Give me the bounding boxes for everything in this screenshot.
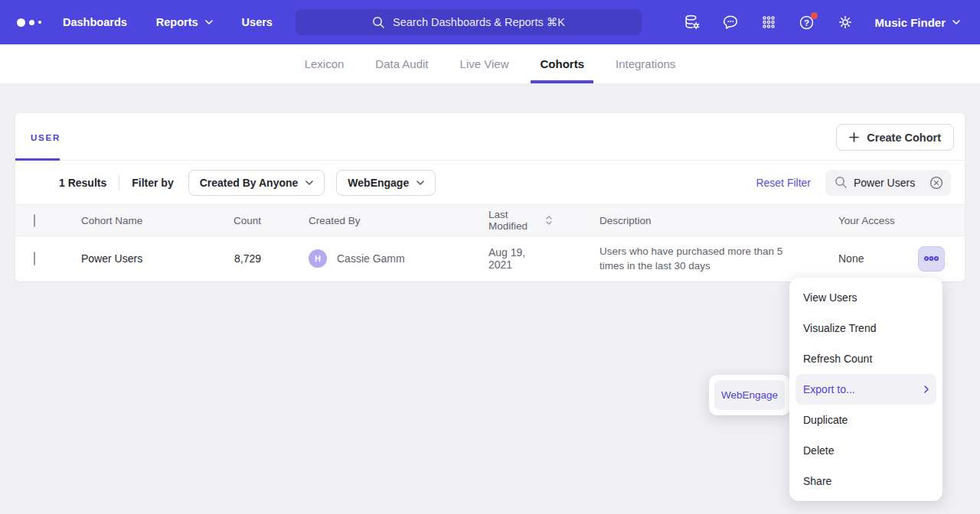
tab-label: Lexicon (305, 57, 345, 70)
menu-item-label: Share (803, 475, 831, 487)
nav-item-label: Users (242, 16, 273, 28)
nav-item-label: Dashboards (63, 16, 127, 28)
chevron-right-icon (924, 386, 929, 393)
search-icon (372, 16, 385, 29)
nav-item-dashboards[interactable]: Dashboards (63, 16, 127, 28)
chevron-down-icon (952, 20, 960, 24)
menu-item-label: View Users (803, 291, 858, 304)
tab-data-audit[interactable]: Data Audit (366, 44, 437, 83)
top-navbar: Dashboards Reports Users Search Dashboar… (0, 0, 980, 44)
filter-by-label: Filter by (132, 177, 173, 189)
plus-icon (849, 132, 859, 142)
menu-item-label: Visualize Trend (803, 322, 876, 334)
section-tabs: Lexicon Data Audit Live View Cohorts Int… (0, 44, 980, 84)
filter-bar: 1 Results Filter by Created By Anyone We… (15, 161, 965, 204)
chevron-down-icon (416, 181, 424, 185)
svg-text:?: ? (804, 18, 809, 28)
tab-user[interactable]: USER (31, 133, 60, 142)
feedback-icon[interactable] (721, 13, 740, 31)
menu-item-label: Export to... (803, 383, 855, 395)
created-by-cell: H Cassie Gamm (261, 249, 441, 268)
table-row[interactable]: Power Users 8,729 H Cassie Gamm Aug 19, … (15, 236, 965, 281)
project-name: Music Finder (874, 16, 946, 29)
apps-grid-icon[interactable] (760, 13, 778, 31)
column-header-created-by[interactable]: Created By (261, 215, 441, 226)
tab-label: Integrations (616, 57, 675, 70)
sort-icon[interactable] (546, 216, 552, 225)
creator-name: Cassie Gamm (337, 252, 405, 265)
global-search-input[interactable]: Search Dashboards & Reports ⌘K (296, 9, 642, 35)
menu-item-label: Delete (803, 444, 834, 457)
menu-item-label: Duplicate (803, 414, 848, 426)
submenu-item-webengage[interactable]: WebEngage (714, 380, 785, 410)
settings-icon[interactable] (836, 13, 854, 31)
column-header-label: Last Modified (488, 209, 541, 232)
menu-item-visualize-trend[interactable]: Visualize Trend (795, 313, 936, 343)
navbar-utilities: ? Music Finder (683, 0, 980, 44)
nav-item-reports[interactable]: Reports (156, 16, 213, 28)
access-value: None (838, 252, 864, 265)
create-cohort-label: Create Cohort (867, 132, 941, 144)
panel-header: USER Create Cohort (15, 113, 965, 161)
last-modified-date: Aug 19, 2021 (488, 246, 552, 271)
column-header-count[interactable]: Count (196, 215, 261, 226)
tab-lexicon[interactable]: Lexicon (296, 44, 354, 83)
global-search-placeholder: Search Dashboards & Reports ⌘K (393, 16, 565, 28)
help-icon[interactable]: ? (798, 13, 816, 31)
menu-item-share[interactable]: Share (795, 466, 936, 496)
row-actions-menu-button[interactable] (918, 246, 945, 272)
nav-item-label: Reports (156, 16, 198, 28)
menu-item-view-users[interactable]: View Users (795, 282, 936, 313)
table-header: Cohort Name Count Created By Last Modifi… (15, 204, 965, 236)
dropdown-value: Created By Anyone (200, 177, 299, 189)
primary-nav: Dashboards Reports Users (63, 16, 273, 28)
data-settings-icon[interactable] (683, 13, 701, 31)
tab-integrations[interactable]: Integrations (606, 44, 684, 83)
cohort-search (825, 170, 951, 196)
avatar: H (309, 249, 327, 268)
column-header-cohort-name[interactable]: Cohort Name (81, 215, 196, 226)
row-actions-menu: View Users Visualize Trend Refresh Count… (789, 278, 942, 501)
cohort-description: Users who have purchased more than 5 tim… (599, 244, 791, 273)
column-header-last-modified[interactable]: Last Modified (441, 209, 552, 232)
tab-label: Data Audit (375, 57, 428, 70)
divider (119, 175, 119, 190)
cohort-count: 8,729 (196, 252, 261, 265)
menu-item-refresh-count[interactable]: Refresh Count (795, 343, 936, 374)
nav-item-users[interactable]: Users (242, 16, 273, 28)
export-submenu: WebEngage (709, 375, 790, 415)
select-all-checkbox[interactable] (34, 214, 35, 227)
created-by-dropdown[interactable]: Created By Anyone (188, 170, 325, 196)
tab-cohorts[interactable]: Cohorts (531, 44, 593, 83)
submenu-item-label: WebEngage (721, 389, 778, 401)
create-cohort-button[interactable]: Create Cohort (836, 124, 954, 151)
active-tab-underline (15, 158, 60, 161)
menu-item-export-to[interactable]: Export to... (795, 374, 936, 405)
clear-search-icon[interactable] (929, 176, 943, 190)
cohort-name[interactable]: Power Users (81, 252, 196, 265)
last-modified-cell: Aug 19, 2021 (441, 246, 552, 271)
notification-dot (811, 12, 818, 19)
search-icon (835, 176, 848, 189)
project-switcher[interactable]: Music Finder (874, 16, 960, 29)
menu-item-label: Refresh Count (803, 353, 872, 365)
description-cell: Users who have purchased more than 5 tim… (552, 244, 791, 273)
menu-item-delete[interactable]: Delete (795, 435, 936, 466)
dropdown-value: WebEngage (348, 177, 409, 189)
chevron-down-icon (205, 20, 213, 24)
column-header-your-access[interactable]: Your Access (791, 215, 965, 226)
integration-dropdown[interactable]: WebEngage (336, 170, 436, 196)
cohort-search-input[interactable] (854, 177, 923, 189)
tab-live-view[interactable]: Live View (451, 44, 518, 83)
menu-item-duplicate[interactable]: Duplicate (795, 405, 936, 435)
tab-label: Live View (460, 57, 509, 70)
results-count: 1 Results (59, 177, 106, 189)
tab-label: Cohorts (540, 57, 584, 70)
cohorts-panel: USER Create Cohort 1 Results Filter by C… (15, 113, 965, 281)
reset-filter-link[interactable]: Reset Filter (756, 177, 811, 189)
column-header-label: Your Access (838, 215, 895, 226)
chevron-down-icon (305, 181, 313, 185)
row-checkbox[interactable] (34, 252, 35, 265)
column-header-description[interactable]: Description (552, 215, 791, 226)
mixpanel-logo-icon[interactable] (17, 18, 41, 27)
